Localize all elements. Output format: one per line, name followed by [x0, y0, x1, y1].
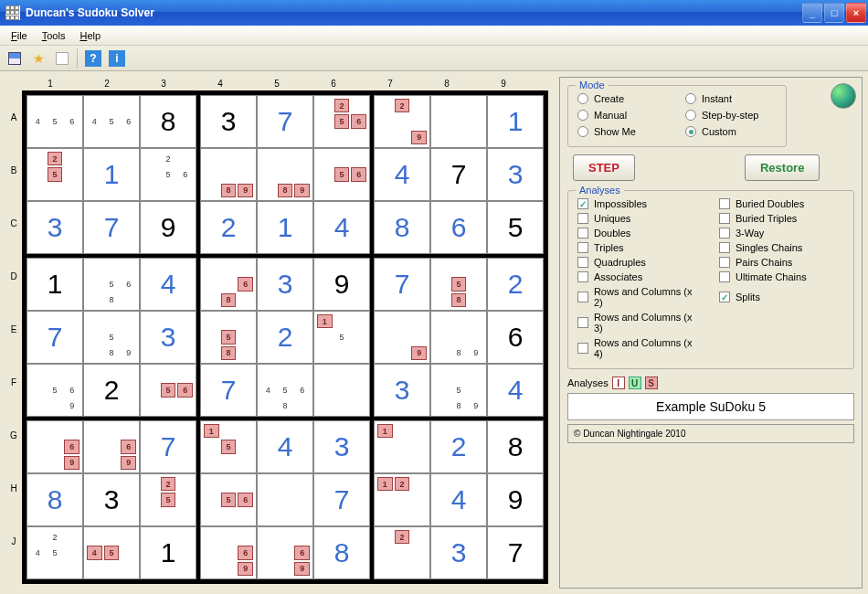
sudoku-cell[interactable]: 1: [140, 526, 196, 579]
analysis-check-3way[interactable]: 3-Way: [719, 228, 844, 239]
sudoku-cell[interactable]: 2: [200, 201, 257, 254]
mode-radio-create[interactable]: Create: [577, 93, 669, 104]
mode-radio-stepbystep[interactable]: Step-by-step: [685, 110, 777, 121]
sudoku-cell[interactable]: 3: [83, 473, 140, 526]
save-button[interactable]: [4, 48, 26, 69]
sudoku-cell[interactable]: 12: [374, 473, 430, 526]
sudoku-cell[interactable]: 25: [26, 148, 83, 201]
sudoku-cell[interactable]: 7: [140, 420, 196, 473]
sudoku-cell[interactable]: 1: [26, 258, 83, 311]
sudoku-cell[interactable]: 3: [430, 526, 487, 579]
sudoku-cell[interactable]: 1: [374, 420, 430, 473]
sudoku-cell[interactable]: 569: [26, 364, 83, 417]
new-star-button[interactable]: ★: [27, 48, 49, 69]
sudoku-cell[interactable]: 69: [83, 420, 140, 473]
sudoku-cell[interactable]: 3: [487, 148, 544, 201]
sudoku-cell[interactable]: 8: [140, 95, 196, 148]
sudoku-cell[interactable]: 15: [313, 311, 370, 364]
minimize-button[interactable]: _: [802, 3, 822, 23]
step-button[interactable]: STEP: [573, 154, 635, 181]
restore-button[interactable]: Restore: [745, 154, 820, 181]
analysis-check-associates[interactable]: Associates: [577, 271, 703, 282]
sudoku-cell[interactable]: 4: [313, 201, 370, 254]
analysis-check-burieddoubles[interactable]: Buried Doubles: [719, 198, 844, 209]
sudoku-cell[interactable]: 7: [430, 148, 487, 201]
menu-file[interactable]: Fdocument.currentScript.previousElementS…: [4, 28, 35, 43]
sudoku-cell[interactable]: 15: [200, 420, 257, 473]
sudoku-cell[interactable]: 7: [487, 526, 544, 579]
sudoku-cell[interactable]: 58: [430, 258, 487, 311]
sudoku-cell[interactable]: 3: [313, 420, 370, 473]
sudoku-cell[interactable]: 7: [83, 201, 140, 254]
sudoku-cell[interactable]: 68: [200, 258, 257, 311]
sudoku-cell[interactable]: 25: [140, 473, 196, 526]
sudoku-cell[interactable]: 4: [430, 473, 487, 526]
sudoku-cell[interactable]: 7: [313, 473, 370, 526]
sudoku-cell[interactable]: 8: [487, 420, 544, 473]
analysis-check-rowsandcolumnsx3[interactable]: Rows and Columns (x 3): [577, 312, 703, 334]
sudoku-cell[interactable]: 1: [487, 95, 544, 148]
sudoku-cell[interactable]: 1: [83, 148, 140, 201]
sudoku-cell[interactable]: 456: [26, 95, 83, 148]
analysis-check-uniques[interactable]: Uniques: [577, 213, 703, 224]
sudoku-cell[interactable]: 8: [313, 526, 370, 579]
analysis-check-buriedtriples[interactable]: Buried Triples: [719, 213, 844, 224]
sudoku-cell[interactable]: 5: [487, 201, 544, 254]
sudoku-cell[interactable]: 7: [374, 258, 430, 311]
sudoku-cell[interactable]: 89: [200, 148, 257, 201]
sudoku-cell[interactable]: 89: [430, 311, 487, 364]
info-button[interactable]: i: [106, 48, 128, 69]
sudoku-cell[interactable]: 3: [26, 201, 83, 254]
sudoku-cell[interactable]: 29: [374, 95, 430, 148]
sudoku-cell[interactable]: 9: [374, 311, 430, 364]
sudoku-cell[interactable]: 56: [140, 364, 196, 417]
close-button[interactable]: ×: [846, 3, 866, 23]
help-button[interactable]: ?: [82, 48, 104, 69]
sudoku-cell[interactable]: 4: [374, 148, 430, 201]
globe-icon[interactable]: [831, 83, 856, 109]
sudoku-cell[interactable]: 9: [140, 201, 196, 254]
mode-radio-manual[interactable]: Manual: [577, 110, 669, 121]
sudoku-cell[interactable]: 4568: [257, 364, 313, 417]
analysis-check-doubles[interactable]: Doubles: [577, 228, 703, 239]
sudoku-cell[interactable]: 69: [26, 420, 83, 473]
sudoku-cell[interactable]: 69: [257, 526, 313, 579]
sudoku-cell[interactable]: 69: [200, 526, 257, 579]
sudoku-cell[interactable]: 6: [487, 311, 544, 364]
analysis-check-rowsandcolumnsx4[interactable]: Rows and Columns (x 4): [577, 337, 703, 359]
analysis-check-ultimatechains[interactable]: Ultimate Chains: [719, 271, 844, 282]
sudoku-cell[interactable]: 1: [257, 201, 313, 254]
sudoku-grid[interactable]: 4564568251256379372568989562142914738651…: [22, 90, 548, 584]
sudoku-cell[interactable]: 3: [257, 258, 313, 311]
sudoku-cell[interactable]: 2: [257, 311, 313, 364]
menu-tools[interactable]: Tools: [35, 28, 73, 43]
sudoku-cell[interactable]: 7: [257, 95, 313, 148]
analysis-check-singleschains[interactable]: Singles Chains: [719, 242, 844, 253]
sudoku-cell[interactable]: 56: [313, 148, 370, 201]
analysis-check-rowsandcolumnsx2[interactable]: Rows and Columns (x 2): [577, 286, 703, 308]
sudoku-cell[interactable]: 45: [83, 526, 140, 579]
sudoku-cell[interactable]: 256: [140, 148, 196, 201]
sudoku-cell[interactable]: 4: [140, 258, 196, 311]
sudoku-cell[interactable]: 8: [26, 473, 83, 526]
sudoku-cell[interactable]: [257, 473, 313, 526]
analysis-check-quadruples[interactable]: Quadruples: [577, 257, 703, 268]
sudoku-cell[interactable]: 4: [487, 364, 544, 417]
sudoku-cell[interactable]: 9: [487, 473, 544, 526]
sudoku-cell[interactable]: 2: [430, 420, 487, 473]
analysis-check-pairschains[interactable]: Pairs Chains: [719, 257, 844, 268]
sudoku-cell[interactable]: 589: [83, 311, 140, 364]
menu-help[interactable]: Help: [72, 28, 108, 43]
sudoku-cell[interactable]: 589: [430, 364, 487, 417]
analysis-check-splits[interactable]: ✓Splits: [719, 286, 844, 308]
sudoku-cell[interactable]: 8: [374, 201, 430, 254]
analysis-check-triples[interactable]: Triples: [577, 242, 703, 253]
sudoku-cell[interactable]: 89: [257, 148, 313, 201]
sudoku-cell[interactable]: 7: [26, 311, 83, 364]
sudoku-cell[interactable]: 3: [374, 364, 430, 417]
mode-radio-showme[interactable]: Show Me: [577, 126, 669, 137]
sudoku-cell[interactable]: [430, 95, 487, 148]
sudoku-cell[interactable]: 6: [430, 201, 487, 254]
maximize-button[interactable]: □: [824, 3, 844, 23]
sudoku-cell[interactable]: 7: [200, 364, 257, 417]
